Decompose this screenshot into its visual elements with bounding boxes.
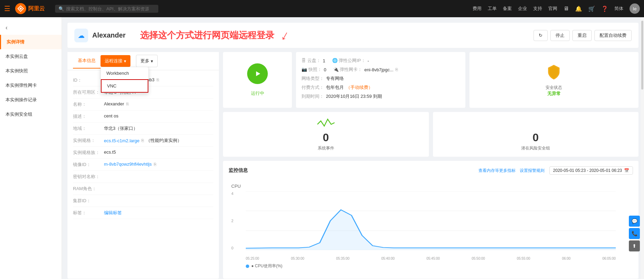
image-link[interactable]: m-8vb7qowz9hfl4evhtljs xyxy=(104,162,152,167)
info-card-row-4: 付费方式： 包年包月 （手动续费） xyxy=(302,84,460,91)
snap-value[interactable]: 0 xyxy=(324,67,326,72)
table-row: 名称： Alexander ⎘ xyxy=(73,99,213,111)
info-table: ID： i-8vb4uiimja2vb8w92mb3 ⎘ 所在可用区： 华北 3… xyxy=(67,70,219,223)
tool-1[interactable]: 💬 xyxy=(629,216,640,227)
chart-svg xyxy=(246,192,616,250)
running-icon[interactable] xyxy=(247,63,268,84)
nav-support[interactable]: 支持 xyxy=(533,6,542,12)
page-header: ☁ Alexander 选择这个方式进行网页端远程登录 ↓ ↻ 停止 重启 配置… xyxy=(67,23,638,48)
arrow-icon: ↓ xyxy=(278,27,292,44)
risk-groups-label: 潜在风险安全组 xyxy=(521,145,550,151)
table-row: 描述： cent os xyxy=(73,111,213,123)
scrollbar[interactable] xyxy=(641,17,644,279)
monitor-title: 监控信息 xyxy=(229,167,248,174)
legend-label: ● CPU使用率(%) xyxy=(251,263,283,269)
table-row: RAM角色： xyxy=(73,183,213,195)
stop-button[interactable]: 停止 xyxy=(550,30,570,41)
menu-icon[interactable]: ☰ xyxy=(4,4,10,13)
spec-family-label: 实例规格族： xyxy=(73,149,104,156)
table-row: 集群ID： xyxy=(73,195,213,207)
monitor-header: 监控信息 查看内存等更多指标 设置报警规则 2020-05-01 05:23 -… xyxy=(229,166,633,175)
remote-connect-label: 远程连接 xyxy=(105,58,123,64)
language-toggle[interactable]: 简体 xyxy=(614,6,623,12)
vnc-option[interactable]: VNC xyxy=(101,79,148,93)
svg-marker-6 xyxy=(246,210,616,250)
tool-3[interactable]: ⬆ xyxy=(629,240,640,251)
cloud-icon: ☁ xyxy=(74,29,88,42)
disk-label: 🗄 云盘： xyxy=(302,58,321,64)
spec-label: 实例规格： xyxy=(73,137,104,144)
sys-events-label: 系统事件 xyxy=(318,145,334,151)
svg-marker-1 xyxy=(256,71,260,76)
pay-extra: （手动续费） xyxy=(346,84,373,91)
nav-fees[interactable]: 费用 xyxy=(473,6,482,12)
tags-link[interactable]: 编辑标签 xyxy=(104,210,122,216)
set-alarm-link[interactable]: 设置报警规则 xyxy=(520,168,545,174)
cart-icon[interactable]: 🛒 xyxy=(588,6,595,12)
eni-label: 🔌 弹性网卡： xyxy=(333,66,362,73)
copy-image-icon[interactable]: ⎘ xyxy=(154,162,156,167)
security-label: 安全状态 xyxy=(546,85,562,91)
spacer xyxy=(527,117,544,131)
cpu-chart: CPU 4 2 0 xyxy=(229,179,633,273)
y-label-4: 4 xyxy=(231,192,233,196)
sidebar-item-disk[interactable]: 本实例云盘 xyxy=(0,49,62,64)
name-value: Alexander ⎘ xyxy=(104,101,213,106)
sidebar-back[interactable]: ‹ xyxy=(0,21,62,35)
pay-label: 付费方式： xyxy=(302,84,324,91)
sidebar-item-security[interactable]: 本实例安全组 xyxy=(0,107,62,122)
remote-connect-button[interactable]: 远程连接 ▾ xyxy=(101,55,130,67)
scrollbar-thumb[interactable] xyxy=(641,21,643,90)
help-icon[interactable]: ❓ xyxy=(601,6,608,12)
spec-link[interactable]: ecs.t5-c1m2.large xyxy=(104,138,139,143)
sidebar-item-snapshot[interactable]: 本实例快照 xyxy=(0,64,62,78)
layout: ‹ 实例详情 本实例云盘 本实例快照 本实例弹性网卡 本实例操作记录 本实例安全… xyxy=(0,17,644,279)
more-metrics-link[interactable]: 查看内存等更多指标 xyxy=(478,168,516,174)
eip-value: - xyxy=(368,58,369,63)
sidebar-item-eni[interactable]: 本实例弹性网卡 xyxy=(0,78,62,93)
workbench-option[interactable]: Workbench xyxy=(101,67,148,79)
monitor-controls: 查看内存等更多指标 设置报警规则 2020-05-01 05:23 - 2020… xyxy=(478,166,633,175)
logo-text: 阿里云 xyxy=(28,5,45,12)
more-chevron: ▾ xyxy=(151,59,153,64)
copy-spec-icon[interactable]: ⎘ xyxy=(141,138,144,143)
x-label-8: 06:05:00 xyxy=(602,257,616,260)
auto-renew-button[interactable]: 配置自动续费 xyxy=(594,30,632,41)
monitor-icon[interactable]: 🖥 xyxy=(563,6,569,12)
pay-item: 付费方式： 包年包月 （手动续费） xyxy=(302,84,373,91)
content-area: 基本信息 远程连接 ▾ Workbench VNC xyxy=(67,52,638,279)
snap-label: 📷 快照： xyxy=(302,66,322,73)
desc-label: 描述： xyxy=(73,113,104,120)
keypair-label: 密钥对名称： xyxy=(73,174,104,180)
copy-eni-icon[interactable]: ⎘ xyxy=(395,67,398,72)
bell-icon[interactable]: 🔔 xyxy=(575,6,582,12)
avatar[interactable]: Ie xyxy=(630,3,640,14)
date-range-picker[interactable]: 2020-05-01 05:23 - 2020-05-01 06:23 📅 xyxy=(549,166,633,175)
pay-value: 包年包月 xyxy=(326,84,344,91)
nav-tickets[interactable]: 工单 xyxy=(488,6,497,12)
search-box[interactable]: 🔍 xyxy=(55,5,158,13)
security-numbers-row: 0 系统事件 0 潜在风险安全组 xyxy=(223,112,638,157)
nav-registration[interactable]: 备案 xyxy=(503,6,512,12)
tab-basic-info[interactable]: 基本信息 xyxy=(73,53,101,69)
copy-name-icon[interactable]: ⎘ xyxy=(126,102,129,106)
refresh-button[interactable]: ↻ xyxy=(534,30,548,41)
expire-item: 到期时间： 2020年10月16日 23:59 到期 xyxy=(302,93,382,100)
sidebar-item-ops[interactable]: 本实例操作记录 xyxy=(0,93,62,107)
nav-official[interactable]: 官网 xyxy=(548,6,557,12)
sidebar-item-instance-detail[interactable]: 实例详情 xyxy=(0,35,62,49)
more-button[interactable]: 更多 ▾ xyxy=(136,55,158,67)
x-label-6: 05:55:00 xyxy=(517,257,530,260)
restart-button[interactable]: 重启 xyxy=(572,30,592,41)
search-input[interactable] xyxy=(66,6,149,11)
x-label-4: 05:45:00 xyxy=(426,257,440,260)
eni-item: 🔌 弹性网卡： eni-8vb7jpgc... ⎘ xyxy=(333,66,398,73)
shield-icon xyxy=(545,63,562,81)
left-panel: 基本信息 远程连接 ▾ Workbench VNC xyxy=(67,52,219,279)
copy-id-icon[interactable]: ⎘ xyxy=(157,78,159,82)
chart-x-labels: 05:25:00 05:30:00 05:35:00 05:40:00 05:4… xyxy=(246,257,616,260)
tool-2[interactable]: 📞 xyxy=(629,228,640,239)
nav-enterprise[interactable]: 企业 xyxy=(518,6,527,12)
main-content: ☁ Alexander 选择这个方式进行网页端远程登录 ↓ ↻ 停止 重启 配置… xyxy=(62,17,644,279)
eni-value[interactable]: eni-8vb7jpgc... xyxy=(364,67,393,72)
